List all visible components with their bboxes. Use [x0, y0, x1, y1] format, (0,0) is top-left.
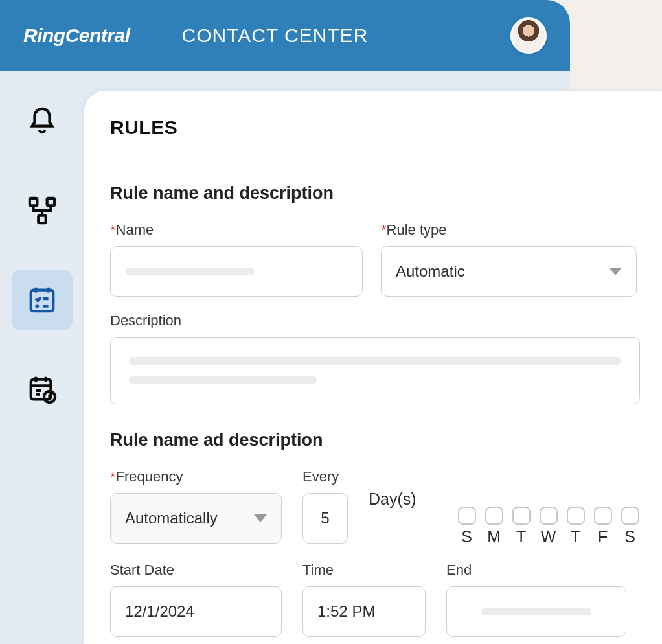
- checklist-calendar-icon: [27, 285, 57, 315]
- start-date-field: Start Date 12/1/2024: [110, 562, 282, 637]
- svg-rect-3: [31, 290, 54, 312]
- frequency-select[interactable]: Automatically: [110, 493, 282, 544]
- panel-title: RULES: [84, 117, 662, 157]
- dow-label: T: [567, 527, 585, 546]
- schedule-clock-icon: [27, 374, 57, 404]
- name-field: *Name: [110, 222, 363, 297]
- every-input[interactable]: 5: [302, 493, 348, 544]
- time-input[interactable]: 1:52 PM: [302, 586, 426, 637]
- ruletype-value: Automatic: [396, 262, 465, 281]
- svg-rect-1: [47, 198, 55, 206]
- section2-heading: Rule name ad description: [110, 430, 636, 450]
- end-field: End: [446, 562, 626, 637]
- placeholder-skeleton: [125, 268, 255, 275]
- user-avatar[interactable]: [510, 17, 547, 54]
- placeholder-skeleton: [129, 357, 621, 365]
- dow-checkbox-thu[interactable]: [567, 507, 585, 525]
- end-input[interactable]: [446, 586, 626, 637]
- ruletype-select[interactable]: Automatic: [381, 246, 637, 297]
- brand-logo: RingCentral: [23, 25, 130, 47]
- app-header: RingCentral CONTACT CENTER: [0, 0, 570, 71]
- nav-workflow[interactable]: [12, 180, 73, 241]
- day-of-week-picker: S M T W T F S: [458, 507, 639, 546]
- ruletype-field: *Rule type Automatic: [381, 222, 637, 297]
- dow-checkbox-fri[interactable]: [594, 507, 612, 525]
- frequency-field: *Frequency Automatically: [110, 468, 282, 544]
- svg-rect-0: [30, 198, 38, 206]
- frequency-label: *Frequency: [110, 468, 282, 485]
- dow-label: W: [540, 527, 558, 546]
- rules-panel: RULES Rule name and description *Name *R…: [84, 91, 662, 644]
- frequency-value: Automatically: [125, 509, 218, 527]
- bell-icon: [27, 106, 57, 136]
- unit-label: Day(s): [369, 490, 417, 523]
- every-value: 5: [321, 509, 329, 527]
- dow-checkbox-sat[interactable]: [621, 507, 639, 525]
- nav-notifications[interactable]: [12, 91, 73, 152]
- nav-schedule[interactable]: [12, 359, 73, 420]
- description-input[interactable]: [110, 337, 640, 404]
- start-date-input[interactable]: 12/1/2024: [110, 586, 282, 637]
- start-date-label: Start Date: [110, 562, 282, 579]
- section-name-description: Rule name and description *Name *Rule ty…: [84, 157, 662, 404]
- dow-checkbox-tue[interactable]: [512, 507, 531, 525]
- dow-checkbox-mon[interactable]: [485, 507, 503, 525]
- chevron-down-icon: [609, 268, 622, 275]
- dow-label: T: [512, 527, 531, 546]
- time-field: Time 1:52 PM: [302, 562, 426, 637]
- dow-label: S: [621, 527, 639, 546]
- every-field: Every 5: [302, 468, 348, 544]
- section1-heading: Rule name and description: [110, 183, 636, 203]
- dow-label: F: [594, 527, 612, 546]
- dow-checkbox-wed[interactable]: [540, 507, 558, 525]
- header-title: CONTACT CENTER: [182, 25, 369, 47]
- workflow-icon: [27, 196, 57, 225]
- placeholder-skeleton: [129, 376, 317, 384]
- nav-rules[interactable]: [12, 270, 73, 330]
- svg-rect-4: [31, 380, 51, 400]
- dow-label: S: [458, 527, 476, 546]
- start-date-value: 12/1/2024: [125, 603, 194, 621]
- description-field: Description: [110, 312, 636, 404]
- end-label: End: [446, 562, 626, 579]
- dow-label: M: [485, 527, 503, 546]
- sidebar: [0, 78, 84, 420]
- ruletype-label: *Rule type: [381, 222, 637, 238]
- placeholder-skeleton: [481, 608, 591, 615]
- time-value: 1:52 PM: [317, 603, 375, 621]
- description-label: Description: [110, 312, 636, 329]
- name-label: *Name: [110, 222, 363, 238]
- section-schedule: Rule name ad description *Frequency Auto…: [84, 404, 662, 637]
- every-label: Every: [302, 468, 348, 485]
- time-label: Time: [302, 562, 426, 579]
- chevron-down-icon: [254, 514, 267, 522]
- dow-checkbox-sun[interactable]: [458, 507, 476, 525]
- svg-rect-2: [38, 216, 46, 224]
- name-input[interactable]: [110, 246, 363, 297]
